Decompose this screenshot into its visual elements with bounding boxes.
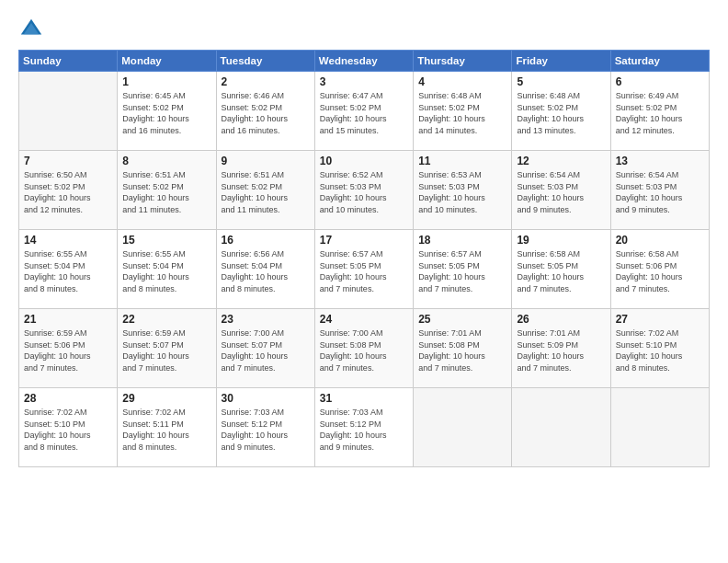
day-number: 20 — [616, 234, 704, 247]
calendar-cell: 8Sunrise: 6:51 AM Sunset: 5:02 PM Daylig… — [118, 151, 216, 230]
day-number: 18 — [418, 234, 506, 247]
day-number: 25 — [418, 313, 506, 326]
day-number: 9 — [222, 155, 310, 167]
calendar-cell: 6Sunrise: 6:49 AM Sunset: 5:02 PM Daylig… — [610, 72, 709, 151]
weekday-header-monday: Monday — [118, 51, 216, 72]
calendar-cell: 13Sunrise: 6:54 AM Sunset: 5:03 PM Dayli… — [610, 151, 709, 230]
calendar-cell — [610, 388, 709, 467]
day-number: 30 — [222, 392, 310, 405]
calendar-cell: 7Sunrise: 6:50 AM Sunset: 5:02 PM Daylig… — [19, 151, 118, 230]
calendar-week-row: 7Sunrise: 6:50 AM Sunset: 5:02 PM Daylig… — [19, 151, 710, 230]
day-info: Sunrise: 6:46 AM Sunset: 5:02 PM Dayligh… — [222, 90, 310, 136]
day-info: Sunrise: 6:59 AM Sunset: 5:06 PM Dayligh… — [24, 327, 112, 373]
day-info: Sunrise: 6:57 AM Sunset: 5:05 PM Dayligh… — [320, 248, 408, 294]
day-number: 6 — [616, 75, 704, 88]
calendar-cell: 17Sunrise: 6:57 AM Sunset: 5:05 PM Dayli… — [314, 230, 413, 309]
calendar-week-row: 28Sunrise: 7:02 AM Sunset: 5:10 PM Dayli… — [19, 388, 710, 467]
day-info: Sunrise: 6:58 AM Sunset: 5:05 PM Dayligh… — [517, 248, 605, 294]
calendar-cell: 30Sunrise: 7:03 AM Sunset: 5:12 PM Dayli… — [216, 388, 314, 467]
weekday-header-row: SundayMondayTuesdayWednesdayThursdayFrid… — [19, 51, 710, 72]
weekday-header-tuesday: Tuesday — [216, 51, 314, 72]
calendar-cell — [19, 72, 118, 151]
day-number: 14 — [24, 234, 112, 247]
day-info: Sunrise: 6:45 AM Sunset: 5:02 PM Dayligh… — [122, 90, 210, 136]
day-number: 1 — [122, 75, 210, 88]
calendar-cell: 23Sunrise: 7:00 AM Sunset: 5:07 PM Dayli… — [216, 309, 314, 388]
header — [18, 17, 710, 42]
calendar-week-row: 14Sunrise: 6:55 AM Sunset: 5:04 PM Dayli… — [19, 230, 710, 309]
day-info: Sunrise: 6:52 AM Sunset: 5:03 PM Dayligh… — [320, 169, 408, 215]
day-info: Sunrise: 7:01 AM Sunset: 5:09 PM Dayligh… — [517, 327, 605, 373]
day-info: Sunrise: 7:02 AM Sunset: 5:11 PM Dayligh… — [122, 407, 210, 453]
day-info: Sunrise: 7:02 AM Sunset: 5:10 PM Dayligh… — [616, 327, 704, 373]
calendar-cell: 29Sunrise: 7:02 AM Sunset: 5:11 PM Dayli… — [118, 388, 216, 467]
calendar-cell: 4Sunrise: 6:48 AM Sunset: 5:02 PM Daylig… — [414, 72, 512, 151]
day-number: 15 — [122, 234, 210, 247]
day-number: 4 — [418, 75, 506, 88]
day-number: 26 — [517, 313, 605, 326]
day-number: 16 — [222, 234, 310, 247]
day-info: Sunrise: 6:56 AM Sunset: 5:04 PM Dayligh… — [222, 248, 310, 294]
day-number: 7 — [24, 155, 112, 167]
calendar-cell: 18Sunrise: 6:57 AM Sunset: 5:05 PM Dayli… — [414, 230, 512, 309]
weekday-header-friday: Friday — [512, 51, 610, 72]
weekday-header-saturday: Saturday — [610, 51, 709, 72]
calendar-cell — [512, 388, 610, 467]
day-number: 21 — [24, 313, 112, 326]
day-info: Sunrise: 6:54 AM Sunset: 5:03 PM Dayligh… — [616, 169, 704, 215]
weekday-header-wednesday: Wednesday — [314, 51, 413, 72]
day-info: Sunrise: 6:55 AM Sunset: 5:04 PM Dayligh… — [24, 248, 112, 294]
day-number: 12 — [517, 155, 605, 167]
day-info: Sunrise: 7:00 AM Sunset: 5:08 PM Dayligh… — [320, 327, 408, 373]
calendar-cell: 28Sunrise: 7:02 AM Sunset: 5:10 PM Dayli… — [19, 388, 118, 467]
page: SundayMondayTuesdayWednesdayThursdayFrid… — [0, 0, 728, 563]
calendar-cell: 5Sunrise: 6:48 AM Sunset: 5:02 PM Daylig… — [512, 72, 610, 151]
day-number: 13 — [616, 155, 704, 167]
calendar-cell: 26Sunrise: 7:01 AM Sunset: 5:09 PM Dayli… — [512, 309, 610, 388]
calendar-cell: 16Sunrise: 6:56 AM Sunset: 5:04 PM Dayli… — [216, 230, 314, 309]
day-info: Sunrise: 6:48 AM Sunset: 5:02 PM Dayligh… — [418, 90, 506, 136]
day-info: Sunrise: 6:55 AM Sunset: 5:04 PM Dayligh… — [122, 248, 210, 294]
day-info: Sunrise: 6:58 AM Sunset: 5:06 PM Dayligh… — [616, 248, 704, 294]
day-number: 17 — [320, 234, 408, 247]
day-number: 23 — [222, 313, 310, 326]
calendar-cell: 21Sunrise: 6:59 AM Sunset: 5:06 PM Dayli… — [19, 309, 118, 388]
day-number: 3 — [320, 75, 408, 88]
calendar-cell — [414, 388, 512, 467]
calendar-cell: 12Sunrise: 6:54 AM Sunset: 5:03 PM Dayli… — [512, 151, 610, 230]
calendar-table: SundayMondayTuesdayWednesdayThursdayFrid… — [18, 50, 710, 467]
day-number: 28 — [24, 392, 112, 405]
logo — [18, 17, 48, 42]
day-number: 8 — [122, 155, 210, 167]
day-number: 10 — [320, 155, 408, 167]
calendar-cell: 15Sunrise: 6:55 AM Sunset: 5:04 PM Dayli… — [118, 230, 216, 309]
calendar-week-row: 1Sunrise: 6:45 AM Sunset: 5:02 PM Daylig… — [19, 72, 710, 151]
calendar-cell: 11Sunrise: 6:53 AM Sunset: 5:03 PM Dayli… — [414, 151, 512, 230]
day-info: Sunrise: 6:59 AM Sunset: 5:07 PM Dayligh… — [122, 327, 210, 373]
day-info: Sunrise: 7:03 AM Sunset: 5:12 PM Dayligh… — [320, 407, 408, 453]
day-number: 19 — [517, 234, 605, 247]
calendar-cell: 25Sunrise: 7:01 AM Sunset: 5:08 PM Dayli… — [414, 309, 512, 388]
day-info: Sunrise: 6:57 AM Sunset: 5:05 PM Dayligh… — [418, 248, 506, 294]
calendar-cell: 9Sunrise: 6:51 AM Sunset: 5:02 PM Daylig… — [216, 151, 314, 230]
calendar-cell: 3Sunrise: 6:47 AM Sunset: 5:02 PM Daylig… — [314, 72, 413, 151]
day-number: 22 — [122, 313, 210, 326]
day-info: Sunrise: 7:00 AM Sunset: 5:07 PM Dayligh… — [222, 327, 310, 373]
calendar-cell: 24Sunrise: 7:00 AM Sunset: 5:08 PM Dayli… — [314, 309, 413, 388]
calendar-cell: 22Sunrise: 6:59 AM Sunset: 5:07 PM Dayli… — [118, 309, 216, 388]
calendar-cell: 1Sunrise: 6:45 AM Sunset: 5:02 PM Daylig… — [118, 72, 216, 151]
day-info: Sunrise: 7:02 AM Sunset: 5:10 PM Dayligh… — [24, 407, 112, 453]
day-number: 2 — [222, 75, 310, 88]
day-number: 11 — [418, 155, 506, 167]
calendar-header: SundayMondayTuesdayWednesdayThursdayFrid… — [19, 51, 710, 72]
calendar-body: 1Sunrise: 6:45 AM Sunset: 5:02 PM Daylig… — [19, 72, 710, 467]
day-info: Sunrise: 6:47 AM Sunset: 5:02 PM Dayligh… — [320, 90, 408, 136]
calendar-cell: 14Sunrise: 6:55 AM Sunset: 5:04 PM Dayli… — [19, 230, 118, 309]
day-info: Sunrise: 7:03 AM Sunset: 5:12 PM Dayligh… — [222, 407, 310, 453]
day-info: Sunrise: 6:50 AM Sunset: 5:02 PM Dayligh… — [24, 169, 112, 215]
weekday-header-thursday: Thursday — [414, 51, 512, 72]
day-number: 5 — [517, 75, 605, 88]
day-info: Sunrise: 6:53 AM Sunset: 5:03 PM Dayligh… — [418, 169, 506, 215]
day-number: 31 — [320, 392, 408, 405]
calendar-cell: 31Sunrise: 7:03 AM Sunset: 5:12 PM Dayli… — [314, 388, 413, 467]
